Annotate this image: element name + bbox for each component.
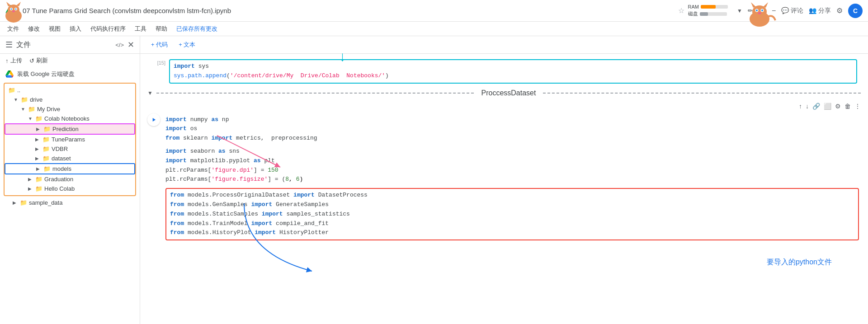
arrow-down-icon: ▼ [14, 97, 19, 102]
upload-icon: ↑ [5, 57, 9, 64]
tree-label: My Drive [37, 106, 60, 113]
tree-label: Hello Colab [44, 185, 75, 192]
delete-cell-icon[interactable]: 🗑 [844, 103, 851, 110]
file-tree: 📁 .. ▼ 📁 drive ▼ 📁 My Drive ▼ 📁 Colab No… [4, 83, 136, 196]
tree-label: VDBR [52, 146, 68, 152]
link-icon[interactable]: 🔗 [812, 103, 820, 110]
arrow-right-icon: ▶ [13, 200, 18, 205]
tree-label: Graduation [44, 176, 73, 183]
tree-label: models [52, 165, 71, 172]
svg-point-17 [758, 12, 761, 14]
tree-item-tuneparams[interactable]: ▶ 📁 TuneParams [5, 135, 135, 144]
svg-marker-2 [6, 2, 11, 6]
folder-icon: 📁 [20, 199, 27, 206]
tree-item-mydrive[interactable]: ▼ 📁 My Drive [5, 104, 135, 114]
tree-item-graduation[interactable]: ▶ 📁 Graduation [5, 174, 135, 184]
add-code-button[interactable]: + 代码 [147, 39, 171, 51]
svg-point-1 [8, 5, 19, 15]
upload-button[interactable]: ↑ 上传 [5, 56, 22, 65]
avatar[interactable]: C [848, 4, 863, 18]
top-bar: 07 Tune Params Grid Search (convlstm dee… [0, 0, 868, 22]
divider-left [156, 93, 474, 94]
cell-actions: ↑ ↓ 🔗 ⬜ ⚙ 🗑 ⋮ [147, 101, 861, 112]
tree-label: dataset [52, 155, 71, 162]
menu-insert[interactable]: 插入 [66, 23, 85, 35]
tree-item-models[interactable]: ▶ 📁 models [5, 163, 135, 174]
share-icon[interactable]: 👥 分享 [809, 7, 831, 15]
menu-view[interactable]: 视图 [45, 23, 64, 35]
tree-label: drive [30, 96, 42, 103]
svg-marker-18 [153, 118, 156, 122]
add-text-button[interactable]: + 文本 [175, 39, 199, 51]
tree-item-dataset[interactable]: ▶ 📁 dataset [5, 154, 135, 163]
folder-icon: 📁 [42, 146, 50, 152]
tree-item-sample-data[interactable]: ▶ 📁 sample_data [4, 198, 136, 207]
cell-15: [15] import sys sys.path.append('/conten… [140, 54, 868, 85]
svg-marker-11 [751, 2, 756, 8]
drive-mount-button[interactable]: 装载 Google 云端硬盘 [0, 67, 140, 81]
arrow-down-icon: ▼ [21, 107, 26, 112]
code-bracket-icon[interactable]: </> [115, 42, 124, 48]
cell-settings-icon[interactable]: ⚙ [835, 103, 841, 110]
star-icon[interactable]: ☆ [678, 6, 684, 15]
menu-bar: 文件 修改 视图 插入 代码执行程序 工具 帮助 已保存所有更改 [0, 22, 868, 36]
folder-icon: 📁 [42, 155, 50, 162]
section-title: ProccessDataset [477, 89, 539, 97]
copy-cell-icon[interactable]: ⬜ [824, 103, 831, 110]
arrow-down-icon: ▼ [28, 116, 33, 121]
svg-marker-3 [16, 2, 21, 6]
chinese-annotation: 要导入的python文件 [767, 258, 832, 267]
close-icon[interactable]: ✕ [127, 40, 134, 50]
folder-icon: 📁 [35, 115, 42, 122]
sidebar-title: 文件 [16, 40, 112, 50]
refresh-icon: ↺ [29, 57, 34, 64]
sidebar: ☰ 文件 </> ✕ ↑ 上传 ↺ 刷新 装载 Go [0, 36, 140, 324]
move-down-icon[interactable]: ↓ [806, 103, 809, 110]
section-divider[interactable]: ▼ ProccessDataset [140, 85, 868, 101]
tree-item-prediction[interactable]: ▶ 📁 Prediction [5, 123, 135, 135]
tree-label: sample_data [29, 199, 62, 206]
ram-bar [701, 5, 728, 9]
cell-15-code[interactable]: import sys sys.path.append('/content/dri… [169, 59, 857, 84]
tree-item-colab-notebooks[interactable]: ▼ 📁 Colab Notebooks [5, 114, 135, 123]
imports-block[interactable]: import numpy as np import os from sklear… [164, 113, 861, 243]
tree-item-hello-colab[interactable]: ▶ 📁 Hello Colab [5, 184, 135, 193]
collapse-icon[interactable]: ▼ [147, 90, 153, 96]
arrow-right-icon: ▶ [35, 137, 41, 142]
tree-item-dotdot[interactable]: 📁 .. [5, 85, 135, 95]
hamburger-icon[interactable]: ☰ [5, 40, 13, 50]
sys-path: sys.path.append [174, 72, 226, 79]
run-button[interactable] [147, 113, 160, 126]
folder-icon: 📁 [42, 136, 50, 143]
folder-icon: 📁 [35, 185, 42, 192]
cat-right [741, 0, 778, 29]
tree-item-drive[interactable]: ▼ 📁 drive [5, 95, 135, 104]
tree-label: Prediction [52, 126, 79, 132]
cell-main: ↑ ↓ 🔗 ⬜ ⚙ 🗑 ⋮ import numpy [140, 101, 868, 243]
menu-help[interactable]: 帮助 [152, 23, 171, 35]
disk-bar [700, 12, 727, 16]
blue-arrow-down: ↓ [339, 50, 346, 63]
divider-right [543, 93, 861, 94]
folder-icon: 📁 [8, 87, 15, 94]
svg-point-15 [756, 9, 758, 11]
menu-tools[interactable]: 工具 [131, 23, 150, 35]
comment-icon[interactable]: 💬 评论 [781, 7, 803, 15]
sys-module: sys [198, 63, 209, 70]
settings-icon[interactable]: ⚙ [836, 6, 843, 15]
import-keyword: import [174, 63, 195, 70]
main-layout: ☰ 文件 </> ✕ ↑ 上传 ↺ 刷新 装载 Go [0, 36, 868, 324]
tree-item-vdbr[interactable]: ▶ 📁 VDBR [5, 144, 135, 154]
svg-point-10 [752, 5, 767, 18]
more-icon[interactable]: ⋮ [854, 103, 861, 110]
model-imports-block[interactable]: from models.ProcessOriginalDataset impor… [165, 188, 859, 240]
tree-label: Colab Notebooks [44, 115, 90, 122]
drive-mount-label: 装载 Google 云端硬盘 [17, 70, 75, 78]
svg-point-6 [11, 9, 12, 10]
refresh-button[interactable]: ↺ 刷新 [29, 56, 48, 65]
folder-icon: 📁 [35, 176, 42, 183]
svg-point-16 [761, 9, 763, 11]
tree-label: .. [17, 87, 20, 94]
menu-runtime[interactable]: 代码执行程序 [87, 23, 129, 35]
move-up-icon[interactable]: ↑ [799, 103, 802, 110]
